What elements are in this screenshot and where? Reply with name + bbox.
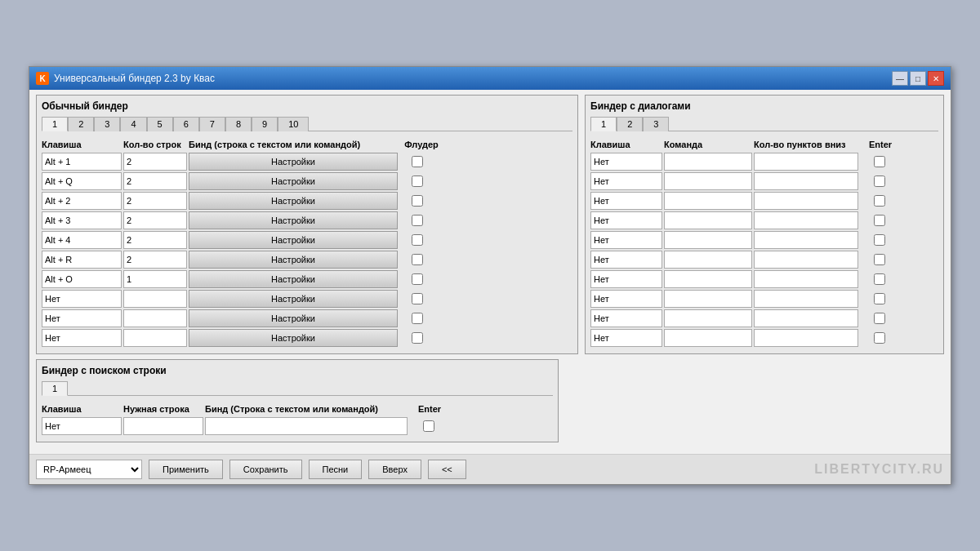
tab-dialog-1[interactable]: 1 bbox=[590, 117, 617, 131]
key-field[interactable] bbox=[42, 153, 122, 171]
key-field[interactable] bbox=[590, 329, 662, 347]
count-field[interactable] bbox=[123, 270, 187, 288]
maximize-button[interactable]: □ bbox=[910, 71, 926, 86]
tab-dialog-2[interactable]: 2 bbox=[617, 117, 643, 131]
save-button[interactable]: Сохранить bbox=[229, 460, 302, 479]
count-field[interactable] bbox=[754, 211, 858, 229]
flood-checkbox[interactable] bbox=[412, 254, 423, 265]
flood-checkbox[interactable] bbox=[412, 273, 423, 285]
count-field[interactable] bbox=[754, 309, 858, 327]
needed-field[interactable] bbox=[123, 417, 203, 435]
flood-checkbox[interactable] bbox=[412, 176, 423, 187]
tab-normal-8[interactable]: 8 bbox=[225, 117, 252, 131]
key-field[interactable] bbox=[590, 153, 662, 171]
key-field[interactable] bbox=[42, 251, 122, 269]
key-field[interactable] bbox=[42, 417, 122, 435]
count-field[interactable] bbox=[123, 231, 187, 249]
bind-button[interactable]: Настройки bbox=[189, 153, 398, 171]
enter-checkbox[interactable] bbox=[423, 420, 434, 432]
command-field[interactable] bbox=[664, 290, 752, 308]
flood-checkbox[interactable] bbox=[412, 195, 423, 207]
songs-button[interactable]: Песни bbox=[309, 460, 363, 479]
key-field[interactable] bbox=[590, 309, 662, 327]
tab-normal-5[interactable]: 5 bbox=[147, 117, 173, 131]
enter-checkbox[interactable] bbox=[874, 293, 885, 304]
key-field[interactable] bbox=[42, 211, 122, 229]
enter-checkbox[interactable] bbox=[874, 273, 885, 285]
tab-dialog-3[interactable]: 3 bbox=[643, 117, 669, 131]
enter-checkbox[interactable] bbox=[874, 332, 885, 344]
key-field[interactable] bbox=[590, 231, 662, 249]
bind-button[interactable]: Настройки bbox=[189, 211, 398, 229]
flood-checkbox[interactable] bbox=[412, 234, 423, 246]
command-field[interactable] bbox=[664, 309, 752, 327]
tab-normal-6[interactable]: 6 bbox=[173, 117, 199, 131]
apply-button[interactable]: Применить bbox=[149, 460, 223, 479]
bind-button[interactable]: Настройки bbox=[189, 270, 398, 288]
count-field[interactable] bbox=[754, 153, 858, 171]
flood-checkbox[interactable] bbox=[412, 332, 423, 344]
count-field[interactable] bbox=[123, 172, 187, 190]
bind-button[interactable]: Настройки bbox=[189, 231, 398, 249]
count-field[interactable] bbox=[123, 290, 187, 308]
command-field[interactable] bbox=[664, 172, 752, 190]
bind-field[interactable] bbox=[205, 417, 408, 435]
key-field[interactable] bbox=[590, 172, 662, 190]
count-field[interactable] bbox=[123, 329, 187, 347]
count-field[interactable] bbox=[754, 270, 858, 288]
tab-normal-1[interactable]: 1 bbox=[42, 117, 68, 131]
key-field[interactable] bbox=[42, 172, 122, 190]
key-field[interactable] bbox=[42, 329, 122, 347]
enter-checkbox[interactable] bbox=[874, 176, 885, 187]
bind-button[interactable]: Настройки bbox=[189, 290, 398, 308]
key-field[interactable] bbox=[590, 270, 662, 288]
command-field[interactable] bbox=[664, 329, 752, 347]
enter-checkbox[interactable] bbox=[874, 313, 885, 324]
key-field[interactable] bbox=[590, 211, 662, 229]
enter-checkbox[interactable] bbox=[874, 215, 885, 226]
enter-checkbox[interactable] bbox=[874, 234, 885, 246]
flood-checkbox[interactable] bbox=[412, 215, 423, 226]
count-field[interactable] bbox=[754, 172, 858, 190]
count-field[interactable] bbox=[123, 192, 187, 210]
count-field[interactable] bbox=[123, 251, 187, 269]
close-button[interactable]: ✕ bbox=[928, 71, 944, 86]
tab-normal-3[interactable]: 3 bbox=[94, 117, 120, 131]
key-field[interactable] bbox=[42, 270, 122, 288]
command-field[interactable] bbox=[664, 211, 752, 229]
command-field[interactable] bbox=[664, 231, 752, 249]
up-button[interactable]: Вверх bbox=[368, 460, 421, 479]
count-field[interactable] bbox=[754, 290, 858, 308]
enter-checkbox[interactable] bbox=[874, 254, 885, 265]
command-field[interactable] bbox=[664, 192, 752, 210]
profile-select[interactable]: RP-Армеец bbox=[36, 460, 142, 479]
bind-button[interactable]: Настройки bbox=[189, 251, 398, 269]
enter-checkbox[interactable] bbox=[874, 156, 885, 167]
flood-checkbox[interactable] bbox=[412, 293, 423, 304]
key-field[interactable] bbox=[590, 192, 662, 210]
flood-checkbox[interactable] bbox=[412, 313, 423, 324]
flood-checkbox[interactable] bbox=[412, 156, 423, 167]
tab-normal-10[interactable]: 10 bbox=[278, 117, 309, 131]
count-field[interactable] bbox=[123, 153, 187, 171]
minimize-button[interactable]: — bbox=[892, 71, 908, 86]
key-field[interactable] bbox=[42, 192, 122, 210]
count-field[interactable] bbox=[123, 211, 187, 229]
key-field[interactable] bbox=[42, 290, 122, 308]
key-field[interactable] bbox=[42, 231, 122, 249]
count-field[interactable] bbox=[754, 231, 858, 249]
bind-button[interactable]: Настройки bbox=[189, 309, 398, 327]
tab-normal-4[interactable]: 4 bbox=[120, 117, 146, 131]
command-field[interactable] bbox=[664, 153, 752, 171]
collapse-button[interactable]: << bbox=[428, 460, 466, 479]
bind-button[interactable]: Настройки bbox=[189, 192, 398, 210]
key-field[interactable] bbox=[42, 309, 122, 327]
command-field[interactable] bbox=[664, 270, 752, 288]
bind-button[interactable]: Настройки bbox=[189, 172, 398, 190]
count-field[interactable] bbox=[123, 309, 187, 327]
tab-normal-7[interactable]: 7 bbox=[199, 117, 225, 131]
count-field[interactable] bbox=[754, 251, 858, 269]
bind-button[interactable]: Настройки bbox=[189, 329, 398, 347]
tab-normal-9[interactable]: 9 bbox=[252, 117, 278, 131]
key-field[interactable] bbox=[590, 251, 662, 269]
